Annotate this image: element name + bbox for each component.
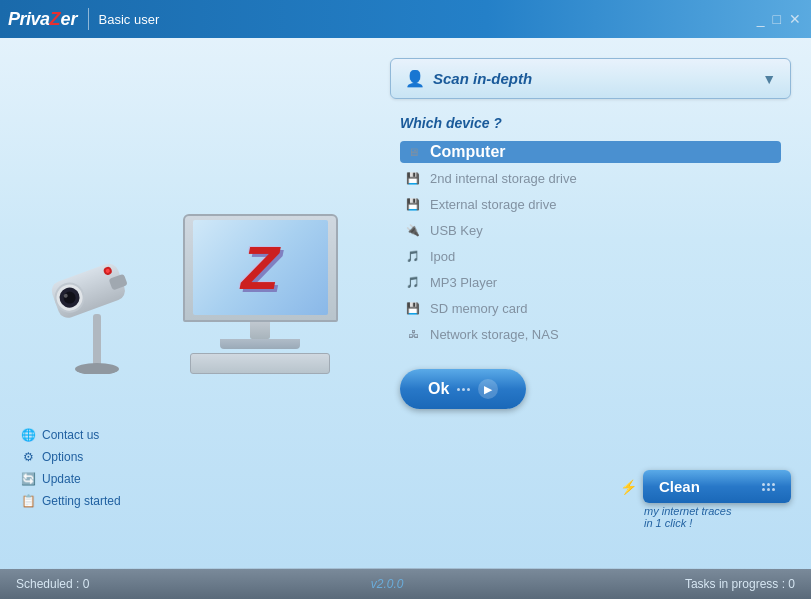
- clean-dot-3: [772, 483, 775, 486]
- monitor-screen: Z: [193, 220, 328, 315]
- device-name-2nd-drive: 2nd internal storage drive: [430, 171, 577, 186]
- window-controls: _ □ ✕: [755, 11, 803, 27]
- scan-label: Scan in-depth: [433, 70, 532, 87]
- monitor-body: Z: [183, 214, 338, 323]
- ok-button-container: Ok ▶: [390, 369, 791, 409]
- device-name-external: External storage drive: [430, 197, 556, 212]
- clean-dots: [762, 483, 775, 491]
- device-icon-usb: 🔌: [404, 221, 422, 239]
- device-icon-external: 💾: [404, 195, 422, 213]
- getting-started-label: Getting started: [42, 494, 121, 508]
- bottom-links: 🌐 Contact us ⚙ Options 🔄 Update 📋 Gettin…: [20, 427, 121, 509]
- ok-play-icon: ▶: [478, 379, 498, 399]
- options-label: Options: [42, 450, 83, 464]
- device-icon-nas: 🖧: [404, 325, 422, 343]
- device-name-computer: Computer: [430, 143, 506, 161]
- statusbar: Scheduled : 0 v2.0.0 Tasks in progress :…: [0, 569, 811, 599]
- illustration: Z: [35, 214, 345, 374]
- tasks-status: Tasks in progress : 0: [685, 577, 795, 591]
- clean-button[interactable]: Clean: [643, 470, 791, 503]
- logo-z: Z: [50, 9, 61, 30]
- scan-icon: 👤: [405, 69, 425, 88]
- scan-dropdown-arrow: ▼: [762, 71, 776, 87]
- device-icon-ipod: 🎵: [404, 247, 422, 265]
- ok-dot-3: [467, 388, 470, 391]
- maximize-button[interactable]: □: [771, 11, 783, 27]
- getting-started-link[interactable]: 📋 Getting started: [20, 493, 121, 509]
- device-name-ipod: Ipod: [430, 249, 455, 264]
- device-icon-mp3: 🎵: [404, 273, 422, 291]
- options-icon: ⚙: [20, 449, 36, 465]
- device-item-mp3[interactable]: 🎵 MP3 Player: [400, 271, 781, 293]
- contact-icon: 🌐: [20, 427, 36, 443]
- version-label: v2.0.0: [371, 577, 404, 591]
- device-icon-2nd-drive: 💾: [404, 169, 422, 187]
- device-name-usb: USB Key: [430, 223, 483, 238]
- contact-us-link[interactable]: 🌐 Contact us: [20, 427, 121, 443]
- ok-button[interactable]: Ok ▶: [400, 369, 526, 409]
- ok-dots: [457, 388, 470, 391]
- clean-label: Clean: [659, 478, 700, 495]
- lightning-icon: ⚡: [620, 479, 637, 495]
- device-name-mp3: MP3 Player: [430, 275, 497, 290]
- device-name-sd: SD memory card: [430, 301, 528, 316]
- minimize-button[interactable]: _: [755, 11, 767, 27]
- user-label: Basic user: [99, 12, 160, 27]
- titlebar: PrivaZer Basic user _ □ ✕: [0, 0, 811, 38]
- update-link[interactable]: 🔄 Update: [20, 471, 121, 487]
- main-content: Z 🌐 Contact us ⚙ Options 🔄 Update: [0, 38, 811, 569]
- computer-illustration: Z: [175, 214, 345, 374]
- scheduled-status: Scheduled : 0: [16, 577, 89, 591]
- device-item-ipod[interactable]: 🎵 Ipod: [400, 245, 781, 267]
- update-icon: 🔄: [20, 471, 36, 487]
- clean-dot-1: [762, 483, 765, 486]
- clean-button-row: ⚡ Clean: [620, 470, 791, 503]
- keyboard: [190, 353, 330, 374]
- clean-subtitle-line2: in 1 click !: [640, 517, 731, 529]
- device-item-nas[interactable]: 🖧 Network storage, NAS: [400, 323, 781, 345]
- clean-dot-6: [772, 488, 775, 491]
- logo-priva: Priva: [8, 9, 50, 30]
- device-icon-computer: 🖥: [404, 143, 422, 161]
- camera-illustration: [35, 214, 165, 374]
- options-link[interactable]: ⚙ Options: [20, 449, 121, 465]
- clean-dot-2: [767, 483, 770, 486]
- device-question: Which device ?: [400, 115, 781, 131]
- scan-dropdown-left: 👤 Scan in-depth: [405, 69, 532, 88]
- device-name-nas: Network storage, NAS: [430, 327, 559, 342]
- contact-us-label: Contact us: [42, 428, 99, 442]
- monitor-z-letter: Z: [241, 237, 279, 299]
- monitor-stand: [250, 322, 270, 339]
- ok-dot-1: [457, 388, 460, 391]
- monitor-base: [220, 339, 300, 348]
- app-logo: PrivaZer: [8, 9, 78, 30]
- clean-subtitle-container: my internet traces in 1 click !: [620, 505, 731, 529]
- device-section: Which device ? 🖥 Computer 💾 2nd internal…: [390, 115, 791, 345]
- clean-dot-row-2: [762, 488, 775, 491]
- clean-area: ⚡ Clean my internet tr: [620, 470, 791, 529]
- left-panel: Z 🌐 Contact us ⚙ Options 🔄 Update: [0, 38, 380, 569]
- ok-label: Ok: [428, 380, 449, 398]
- device-list: 🖥 Computer 💾 2nd internal storage drive …: [400, 141, 781, 345]
- scan-dropdown[interactable]: 👤 Scan in-depth ▼: [390, 58, 791, 99]
- ok-dot-2: [462, 388, 465, 391]
- logo-er: er: [61, 9, 78, 30]
- device-item-computer[interactable]: 🖥 Computer: [400, 141, 781, 163]
- svg-point-1: [75, 363, 119, 374]
- getting-started-icon: 📋: [20, 493, 36, 509]
- device-icon-sd: 💾: [404, 299, 422, 317]
- device-item-external[interactable]: 💾 External storage drive: [400, 193, 781, 215]
- device-item-sd[interactable]: 💾 SD memory card: [400, 297, 781, 319]
- clean-dot-row-1: [762, 483, 775, 486]
- update-label: Update: [42, 472, 81, 486]
- svg-rect-0: [93, 314, 101, 369]
- titlebar-divider: [88, 8, 89, 30]
- close-button[interactable]: ✕: [787, 11, 803, 27]
- device-item-usb[interactable]: 🔌 USB Key: [400, 219, 781, 241]
- clean-dot-5: [767, 488, 770, 491]
- clean-dot-4: [762, 488, 765, 491]
- device-item-2nd-drive[interactable]: 💾 2nd internal storage drive: [400, 167, 781, 189]
- clean-subtitle-line1: my internet traces: [640, 505, 731, 517]
